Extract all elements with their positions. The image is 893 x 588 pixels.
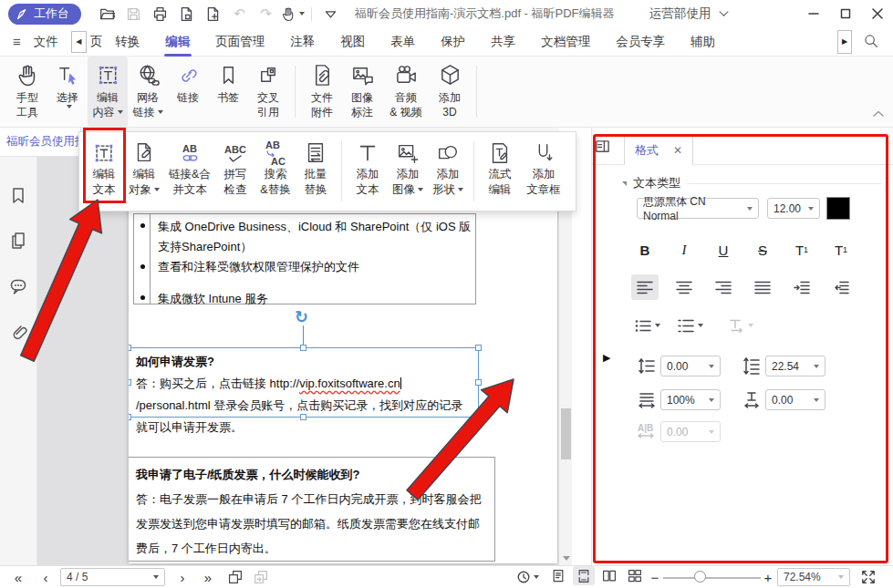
continuous-view-button[interactable] [573,566,595,585]
numbered-list-button[interactable] [677,314,703,337]
resize-handle-n[interactable] [300,345,306,351]
resize-handle-e[interactable] [475,379,482,386]
menu-member-exclusive[interactable]: 会员专享 [615,28,666,56]
paragraph-spacing-select[interactable]: 22.54 [765,356,826,377]
add-text-button[interactable]: 添加 文本 [348,132,388,211]
rotate-handle-icon[interactable]: ↻ [295,307,308,327]
bookmark-button[interactable]: 书签 [208,57,248,127]
export-pdf-button[interactable] [173,3,200,25]
close-button[interactable] [861,0,893,27]
menu-comment[interactable]: 注释 [289,28,316,56]
menu-protect[interactable]: 保护 [440,28,466,56]
resize-handle-sw[interactable] [129,414,131,420]
character-spacing-select[interactable]: 0.00 [765,389,826,410]
menu-accessibility[interactable]: 辅助 [690,28,716,56]
font-color-swatch[interactable] [826,197,850,220]
open-file-button[interactable] [94,3,120,25]
facing-continuous-view-button[interactable] [624,566,646,585]
add-image-button[interactable]: 添加 图像 [388,132,428,211]
hand-tool-quick-button[interactable] [279,3,306,25]
hamburger-icon[interactable]: ≡ [13,34,21,49]
bullet-list-button[interactable] [634,314,660,337]
first-page-button[interactable]: « [7,566,29,588]
snapshot-button[interactable] [224,566,246,588]
facing-view-button[interactable] [598,566,620,585]
cross-reference-button[interactable]: 交叉 引用 [248,57,288,127]
align-left-button[interactable] [631,274,659,300]
search-button[interactable] [863,33,878,51]
next-page-button[interactable]: › [171,566,193,588]
print-button[interactable] [147,3,173,25]
text-box[interactable]: 我申请了电子/纸质发票，什么时候能收到? 答：电子发票一般在申请后 7 个工作日… [129,457,495,562]
scrollbar-thumb[interactable] [561,408,571,459]
word-spacing-select[interactable]: 0.00 [660,421,721,442]
menu-page-management[interactable]: 页面管理 [214,28,265,56]
add-shape-button[interactable]: 添加 形状 [428,132,468,211]
previous-page-button[interactable]: ‹ [35,566,57,588]
workspace-button[interactable]: 工作台 [8,4,81,25]
resize-handle-s[interactable] [300,414,306,420]
fullscreen-button[interactable] [856,566,881,588]
page-number-select[interactable]: 4 / 5 [60,568,165,586]
menu-view[interactable]: 视图 [339,28,366,56]
menu-convert[interactable]: 转换 [114,28,140,56]
batch-replace-button[interactable]: 批量 替换 [296,132,336,211]
account-menu[interactable]: 运营部使用 [649,5,729,22]
resize-handle-w[interactable] [129,379,131,386]
link-join-text-button[interactable]: AB 链接&合 并文本 [164,132,215,211]
image-annotation-button[interactable]: 图像 标注 [342,57,382,127]
format-tab[interactable]: 格式 ✕ [624,135,693,165]
resize-handle-ne[interactable] [475,345,482,351]
vertical-scrollbar[interactable] [558,157,572,565]
comments-panel-button[interactable] [9,277,27,299]
spell-check-button[interactable]: ABC 拼写 检查 [215,132,255,211]
reading-mode-button[interactable] [513,566,542,588]
document-tab[interactable]: 福昕会员使用指南 [0,128,81,156]
font-family-select[interactable]: 思源黑体 CN Normal [637,198,759,219]
create-pdf-button[interactable] [200,3,226,25]
menu-doc-management[interactable]: 文档管理 [540,28,591,56]
link-button[interactable]: 链接 [168,57,208,127]
text-direction-button[interactable] [727,314,753,337]
bookmarks-panel-button[interactable] [9,186,27,208]
save-button[interactable] [120,3,147,25]
bullet-list-box[interactable]: 集成 OneDrive Business、iCloud 和 SharePoint… [133,213,476,304]
indent-decrease-button[interactable] [827,274,855,300]
edit-object-button[interactable]: 编辑 对象 [124,132,164,211]
align-justify-button[interactable] [749,274,776,300]
close-icon[interactable]: ✕ [673,144,682,157]
font-size-select[interactable]: 12.00 [767,198,820,219]
resize-handle-nw[interactable] [129,345,131,351]
single-page-view-button[interactable] [547,566,569,585]
underline-button[interactable]: U [710,237,737,263]
superscript-button[interactable]: T1 [788,237,815,263]
menu-edit[interactable]: 编辑 [164,28,191,56]
menu-truncated-tab[interactable]: 页 [90,34,103,50]
strikethrough-button[interactable]: S [749,237,776,263]
text-type-section[interactable]: 文本类型 [622,175,882,191]
resize-handle-se[interactable] [475,414,482,420]
edit-text-button[interactable]: 编辑 文本 [84,132,124,211]
italic-button[interactable]: I [670,237,698,263]
tab-scroll-left-button[interactable]: ◀ [71,31,87,53]
zoom-slider-knob[interactable] [694,571,706,583]
add-article-box-button[interactable]: 添加 文章框 [520,132,567,211]
zoom-out-button[interactable]: − [648,566,662,588]
scroll-down-icon[interactable] [563,556,570,561]
last-page-button[interactable]: » [197,566,219,588]
menu-form[interactable]: 表单 [389,28,416,56]
minimize-button[interactable] [797,0,829,27]
flow-edit-button[interactable]: 流式 编辑 [480,132,520,211]
menu-file[interactable]: 文件 [33,28,59,56]
subscript-button[interactable]: T1 [827,237,855,263]
zoom-in-button[interactable]: + [761,566,775,588]
search-replace-button[interactable]: AB AC 搜索 &替换 [255,132,296,211]
panel-collapse-handle[interactable]: ▶ [603,352,610,364]
add-3d-button[interactable]: 添加 3D [430,57,470,127]
web-link-button[interactable]: 网络 链接 [128,57,168,127]
horizontal-scale-select[interactable]: 100% [660,389,721,410]
align-right-button[interactable] [710,274,737,300]
selected-text-box[interactable]: 如何申请发票? 答：购买之后，点击链接 http://vip.foxitsoft… [129,347,479,418]
align-center-button[interactable] [670,274,698,300]
bold-button[interactable]: B [631,237,659,263]
